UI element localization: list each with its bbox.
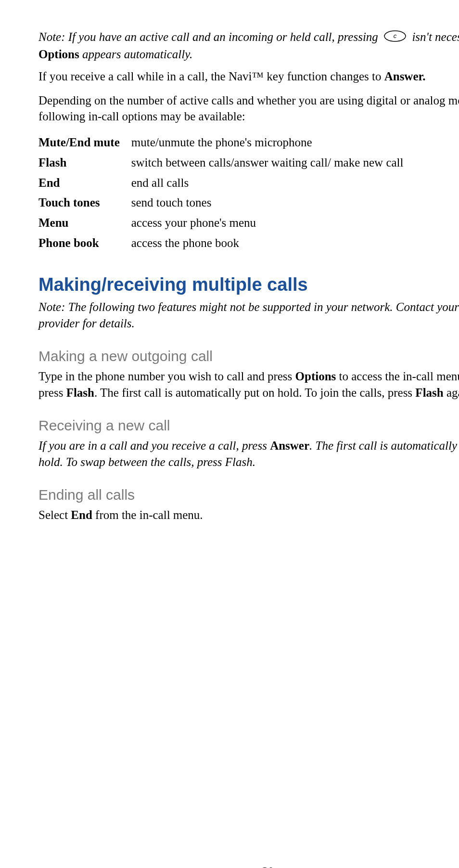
option-desc: access the phone book	[131, 233, 404, 253]
para-ending: Select End from the in-call menu.	[38, 507, 459, 523]
c-key-icon: c	[384, 30, 406, 46]
bold: End	[71, 508, 92, 521]
text: Type in the phone number you wish to cal…	[38, 370, 295, 383]
note-text: isn't necessary;	[412, 30, 459, 43]
page-number: 30	[38, 863, 459, 868]
table-row: Touch tones send touch tones	[38, 193, 404, 213]
para-outgoing: Type in the phone number you wish to cal…	[38, 368, 459, 401]
para-bold: Answer.	[384, 70, 426, 83]
option-desc: end all calls	[131, 173, 404, 193]
bold: Answer	[270, 439, 309, 452]
option-label: End	[38, 173, 131, 193]
note-bold: Options	[38, 48, 79, 61]
option-label: Phone book	[38, 233, 131, 253]
table-row: Menu access your phone's menu	[38, 213, 404, 233]
note-text: Note: If you have an active call and an …	[38, 30, 381, 43]
para-navi-answer: If you receive a call while in a call, t…	[38, 68, 459, 85]
para-depending: Depending on the number of active calls …	[38, 92, 459, 125]
table-row: Mute/End mute mute/unmute the phone's mi…	[38, 132, 404, 153]
subheading-receiving: Receiving a new call	[38, 416, 459, 436]
para-text: If you receive a call while in a call, t…	[38, 70, 384, 83]
option-desc: access your phone's menu	[131, 213, 404, 233]
note-network-support: Note: The following two features might n…	[38, 299, 459, 332]
section-heading: Making/receiving multiple calls	[38, 272, 459, 297]
bold: Options	[295, 370, 336, 383]
option-label: Menu	[38, 213, 131, 233]
subheading-ending: Ending all calls	[38, 485, 459, 505]
option-label: Mute/End mute	[38, 132, 131, 153]
text: Select	[38, 508, 71, 521]
table-row: End end all calls	[38, 173, 404, 193]
para-receiving: If you are in a call and you receive a c…	[38, 438, 459, 470]
table-row: Flash switch between calls/answer waitin…	[38, 153, 404, 173]
option-desc: switch between calls/answer waiting call…	[131, 153, 404, 173]
option-desc: mute/unmute the phone's microphone	[131, 132, 404, 153]
text: again.	[444, 386, 459, 399]
option-label: Flash	[38, 153, 131, 173]
text: If you are in a call and you receive a c…	[38, 439, 270, 452]
option-desc: send touch tones	[131, 193, 404, 213]
text: . The first call is automatically put on…	[94, 386, 415, 399]
table-row: Phone book access the phone book	[38, 233, 404, 253]
subheading-outgoing: Making a new outgoing call	[38, 347, 459, 366]
note-text: appears automatically.	[79, 48, 192, 61]
bold: Flash	[415, 386, 443, 399]
bold: Flash	[66, 386, 94, 399]
text: from the in-call menu.	[92, 508, 203, 521]
in-call-options-table: Mute/End mute mute/unmute the phone's mi…	[38, 132, 404, 253]
option-label: Touch tones	[38, 193, 131, 213]
svg-text:c: c	[394, 32, 397, 39]
note-active-call: Note: If you have an active call and an …	[38, 29, 459, 63]
